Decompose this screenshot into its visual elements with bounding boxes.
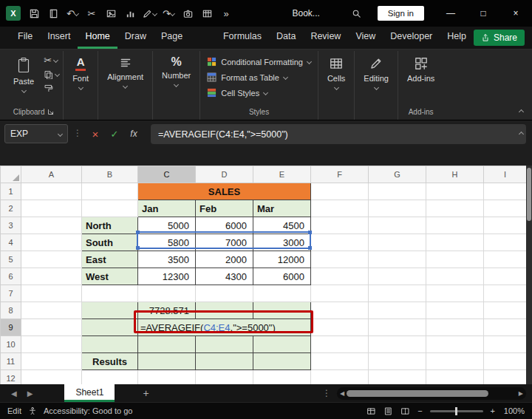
cell-b10[interactable] (82, 336, 138, 353)
cell[interactable] (369, 319, 426, 336)
column-header-h[interactable]: H (426, 166, 484, 183)
cell[interactable] (369, 234, 426, 251)
row-header-10[interactable]: 10 (1, 336, 21, 353)
cell[interactable] (484, 285, 527, 302)
paste-button[interactable]: Paste (8, 52, 39, 92)
cell[interactable] (82, 370, 138, 385)
cell-e6[interactable]: 6000 (253, 268, 311, 285)
cells-menu-button[interactable]: Cells (322, 52, 350, 89)
format-painter-button[interactable] (44, 84, 59, 93)
cell[interactable] (484, 251, 527, 268)
cell[interactable] (484, 217, 527, 234)
cell-c9-formula[interactable]: =AVERAGEIF(C4:E4,">=5000") (138, 319, 311, 336)
cell[interactable] (484, 319, 527, 336)
cell[interactable] (484, 268, 527, 285)
row-header-5[interactable]: 5 (1, 251, 21, 268)
formula-bar-splitter[interactable]: ⋮ (71, 124, 84, 138)
addins-button[interactable]: Add-ins (402, 52, 440, 83)
clipboard-dialog-launcher-icon[interactable] (47, 109, 54, 115)
row-header-12[interactable]: 12 (1, 370, 21, 385)
cell[interactable] (82, 200, 138, 217)
column-header-a[interactable]: A (21, 166, 82, 183)
cell[interactable] (369, 268, 426, 285)
tab-formulas[interactable]: Formulas (216, 27, 269, 49)
select-all-corner[interactable] (1, 166, 21, 183)
cell-b8[interactable] (82, 302, 138, 319)
name-box[interactable]: EXP (4, 124, 68, 143)
cell-c6[interactable]: 12300 (138, 268, 196, 285)
vertical-scrollbar-thumb[interactable] (527, 168, 531, 221)
notebook-icon[interactable] (44, 4, 62, 23)
chart-icon[interactable] (121, 4, 139, 23)
cell-e5[interactable]: 12000 (253, 251, 311, 268)
cell[interactable] (311, 353, 369, 370)
zoom-out-icon[interactable]: − (417, 406, 422, 415)
cell[interactable] (82, 183, 138, 200)
cut-button[interactable]: ✂ (44, 55, 59, 65)
cut-icon[interactable]: ✂ (83, 4, 100, 23)
cell[interactable] (426, 353, 484, 370)
column-header-c[interactable]: C (138, 166, 196, 183)
cell-d5[interactable]: 2000 (196, 251, 253, 268)
cell[interactable] (484, 234, 527, 251)
cell-e11[interactable] (253, 353, 311, 370)
cell[interactable] (369, 302, 426, 319)
column-header-e[interactable]: E (253, 166, 311, 183)
cell[interactable] (426, 234, 484, 251)
cell-b3-north[interactable]: North (82, 217, 138, 234)
row-header-4[interactable]: 4 (1, 234, 21, 251)
cell-b11-results[interactable]: Results (82, 353, 138, 370)
cell[interactable] (196, 370, 253, 385)
previous-sheet-icon[interactable]: ◀ (6, 389, 22, 398)
row-header-2[interactable]: 2 (1, 200, 21, 217)
cell[interactable] (426, 251, 484, 268)
column-header-i[interactable]: I (484, 166, 527, 183)
redo-icon[interactable]: ↷ (160, 4, 177, 23)
cell[interactable] (21, 183, 82, 200)
cell[interactable] (311, 285, 369, 302)
new-sheet-button[interactable]: + (143, 387, 149, 399)
cell[interactable] (369, 217, 426, 234)
draw-pen-icon[interactable] (140, 4, 158, 23)
cell-d2-feb[interactable]: Feb (196, 200, 253, 217)
conditional-formatting-button[interactable]: Conditional Formatting (204, 55, 314, 69)
page-layout-view-icon[interactable] (383, 406, 393, 416)
cell[interactable] (21, 268, 82, 285)
row-header-6[interactable]: 6 (1, 268, 21, 285)
scroll-left-icon[interactable]: ◀ (340, 390, 344, 397)
cell[interactable] (311, 200, 369, 217)
save-icon[interactable] (25, 4, 43, 23)
cell[interactable] (21, 370, 82, 385)
number-menu-button[interactable]: % Number (157, 52, 196, 86)
cell[interactable] (369, 336, 426, 353)
copy-button[interactable] (44, 69, 59, 79)
cell-b6-west[interactable]: West (82, 268, 138, 285)
cell[interactable] (138, 370, 196, 385)
cell-d11[interactable] (196, 353, 253, 370)
row-header-3[interactable]: 3 (1, 217, 21, 234)
search-icon[interactable] (348, 4, 366, 23)
horizontal-scrollbar-thumb[interactable] (347, 390, 488, 397)
formula-input[interactable]: =AVERAGEIF(C4:E4,">=5000") (151, 124, 526, 144)
enter-icon[interactable]: ✓ (106, 124, 123, 143)
close-button[interactable]: × (499, 0, 532, 27)
cell[interactable] (21, 234, 82, 251)
zoom-level[interactable]: 100% (502, 406, 525, 415)
cell-c3[interactable]: 5000 (138, 217, 196, 234)
cell-c8-average[interactable]: 7728.571 (138, 302, 196, 319)
cancel-icon[interactable]: × (87, 124, 103, 143)
font-menu-button[interactable]: A Font (67, 52, 94, 89)
cell[interactable] (311, 268, 369, 285)
sign-in-button[interactable]: Sign in (378, 6, 424, 21)
cell[interactable] (21, 200, 82, 217)
cell[interactable] (311, 370, 369, 385)
cell[interactable] (484, 302, 527, 319)
cell[interactable] (311, 217, 369, 234)
cell-c4[interactable]: 5800 (138, 234, 196, 251)
horizontal-scrollbar[interactable]: ◀ ▶ (337, 387, 526, 400)
cell[interactable] (426, 217, 484, 234)
collapse-ribbon-icon[interactable] (519, 109, 524, 115)
cell[interactable] (369, 183, 426, 200)
tab-data[interactable]: Data (269, 27, 303, 49)
cell[interactable] (426, 302, 484, 319)
